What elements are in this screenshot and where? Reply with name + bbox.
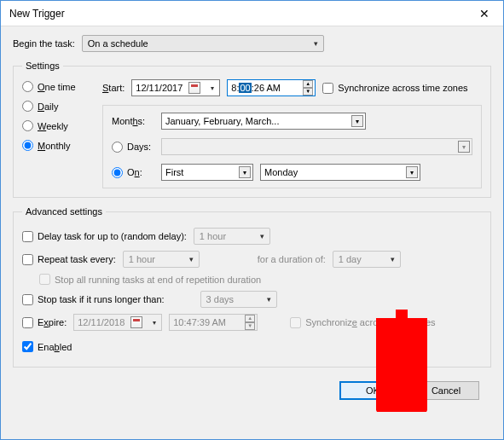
monthly-options: Months: January, February, March... ▾ Da… xyxy=(102,105,482,188)
settings-group: Settings One time Daily Weekly xyxy=(13,61,491,198)
delay-row: Delay task for up to (random delay): 1 h… xyxy=(22,228,482,245)
stop-all-row: Stop all running tasks at end of repetit… xyxy=(39,274,482,285)
months-picker[interactable]: January, February, March... ▾ xyxy=(161,113,366,130)
start-time-picker[interactable]: 8:00:26 AM ▲▼ xyxy=(227,79,316,96)
repeat-label: Repeat task every: xyxy=(38,254,116,264)
stop-longer-checkbox[interactable] xyxy=(22,294,33,305)
chevron-down-icon: ▾ xyxy=(189,255,194,263)
months-label: Months: xyxy=(112,116,154,126)
freq-monthly-radio[interactable] xyxy=(22,140,33,151)
freq-one-time-radio[interactable] xyxy=(22,81,33,92)
days-radio[interactable] xyxy=(112,142,123,153)
begin-task-row: Begin the task: On a schedule ▾ xyxy=(13,35,491,52)
on-radio[interactable] xyxy=(112,167,123,178)
chevron-down-icon: ▾ xyxy=(351,115,363,127)
expire-label: Expire: xyxy=(38,317,67,327)
freq-weekly[interactable]: Weekly xyxy=(22,120,90,131)
freq-daily[interactable]: Daily xyxy=(22,101,90,112)
enabled-checkbox[interactable] xyxy=(22,341,33,352)
expire-row: Expire: 12/11/2018 ▾ 10:47:39 AM ▲▼ Sync… xyxy=(22,314,482,331)
sync-timezone-checkbox[interactable] xyxy=(322,83,333,94)
calendar-icon xyxy=(130,316,142,328)
chevron-down-icon: ▾ xyxy=(148,319,159,327)
on-weekday-value: Monday xyxy=(264,167,298,177)
chevron-down-icon: ▾ xyxy=(391,255,395,263)
settings-legend: Settings xyxy=(22,61,63,71)
dialog-content: Begin the task: On a schedule ▾ Settings… xyxy=(1,26,503,408)
freq-one-time[interactable]: One time xyxy=(22,81,90,92)
freq-weekly-radio[interactable] xyxy=(22,120,33,131)
stop-all-check: Stop all running tasks at end of repetit… xyxy=(39,274,261,285)
expire-date-picker[interactable]: 12/11/2018 ▾ xyxy=(73,314,162,331)
months-value: January, February, March... xyxy=(165,116,279,126)
stop-longer-combo[interactable]: 3 days ▾ xyxy=(200,291,277,308)
begin-task-combo[interactable]: On a schedule ▾ xyxy=(82,35,324,52)
days-radio-item[interactable]: Days: xyxy=(112,142,154,153)
sync-timezone-label: Synchronize across time zones xyxy=(338,83,467,93)
months-row: Months: January, February, March... ▾ xyxy=(112,113,472,130)
repeat-combo[interactable]: 1 hour ▾ xyxy=(123,251,200,268)
delay-check[interactable]: Delay task for up to (random delay): xyxy=(22,231,187,242)
chevron-down-icon: ▾ xyxy=(314,39,318,48)
dialog-title: New Trigger xyxy=(9,8,65,20)
repeat-checkbox[interactable] xyxy=(22,254,33,265)
expire-sync-check: Synchronize across time zones xyxy=(290,317,435,328)
expire-checkbox[interactable] xyxy=(22,317,33,328)
time-spinner[interactable]: ▲▼ xyxy=(245,315,255,330)
chevron-down-icon: ▾ xyxy=(406,166,418,178)
button-bar: OK Cancel xyxy=(13,376,491,400)
expire-sync-label: Synchronize across time zones xyxy=(305,317,435,327)
new-trigger-dialog: New Trigger ✕ Begin the task: On a sched… xyxy=(0,0,504,440)
enabled-check[interactable]: Enabled xyxy=(22,341,72,352)
stop-longer-value: 3 days xyxy=(206,294,234,304)
calendar-icon xyxy=(188,82,200,94)
enabled-row: Enabled xyxy=(22,341,482,352)
duration-label: for a duration of: xyxy=(258,254,326,264)
start-time-value: 8:00:26 AM xyxy=(231,83,301,93)
expire-check[interactable]: Expire: xyxy=(22,317,67,328)
stop-longer-label: Stop task if it runs longer than: xyxy=(38,294,165,304)
chevron-down-icon: ▾ xyxy=(260,232,264,240)
expire-date-value: 12/11/2018 xyxy=(78,317,125,327)
on-row: On: First ▾ Monday ▾ xyxy=(112,164,472,181)
freq-monthly[interactable]: Monthly xyxy=(22,140,90,151)
advanced-legend: Advanced settings xyxy=(22,206,106,217)
chevron-down-icon: ▾ xyxy=(239,166,251,178)
delay-checkbox[interactable] xyxy=(22,231,33,242)
cancel-button[interactable]: Cancel xyxy=(413,381,479,400)
on-occurrence-value: First xyxy=(165,167,183,177)
stop-longer-check[interactable]: Stop task if it runs longer than: xyxy=(22,294,165,305)
chevron-down-icon: ▾ xyxy=(458,141,470,153)
frequency-column: One time Daily Weekly Monthly xyxy=(22,79,90,188)
on-radio-item[interactable]: On: xyxy=(112,167,154,178)
days-row: Days: ▾ xyxy=(112,138,472,155)
stop-all-checkbox xyxy=(39,274,50,285)
delay-label: Delay task for up to (random delay): xyxy=(38,231,187,241)
expire-sync-checkbox xyxy=(290,317,301,328)
start-label: Start: xyxy=(102,83,125,93)
duration-combo[interactable]: 1 day ▾ xyxy=(333,251,401,268)
repeat-check[interactable]: Repeat task every: xyxy=(22,254,116,265)
enabled-label: Enabled xyxy=(38,342,72,352)
time-spinner[interactable]: ▲▼ xyxy=(303,80,313,96)
on-occurrence-picker[interactable]: First ▾ xyxy=(161,164,253,181)
duration-value: 1 day xyxy=(339,254,362,264)
expire-time-picker[interactable]: 10:47:39 AM ▲▼ xyxy=(169,314,258,331)
on-label: On: xyxy=(127,167,142,177)
close-icon[interactable]: ✕ xyxy=(472,5,496,22)
delay-combo[interactable]: 1 hour ▾ xyxy=(194,228,270,245)
repeat-value: 1 hour xyxy=(129,254,155,264)
on-weekday-picker[interactable]: Monday ▾ xyxy=(260,164,420,181)
repeat-row: Repeat task every: 1 hour ▾ for a durati… xyxy=(22,251,482,268)
chevron-down-icon: ▾ xyxy=(206,84,217,92)
sync-timezone-check[interactable]: Synchronize across time zones xyxy=(322,83,467,94)
ok-button[interactable]: OK xyxy=(339,381,406,400)
start-date-value: 12/11/2017 xyxy=(136,83,182,93)
days-label: Days: xyxy=(127,142,151,152)
freq-daily-radio[interactable] xyxy=(22,101,33,112)
days-picker[interactable]: ▾ xyxy=(161,138,472,155)
start-date-picker[interactable]: 12/11/2017 ▾ xyxy=(131,79,220,96)
advanced-group: Advanced settings Delay task for up to (… xyxy=(13,206,491,368)
stop-all-label: Stop all running tasks at end of repetit… xyxy=(55,275,261,285)
start-row: Start: 12/11/2017 ▾ 8:00:26 AM ▲▼ S xyxy=(102,79,482,96)
